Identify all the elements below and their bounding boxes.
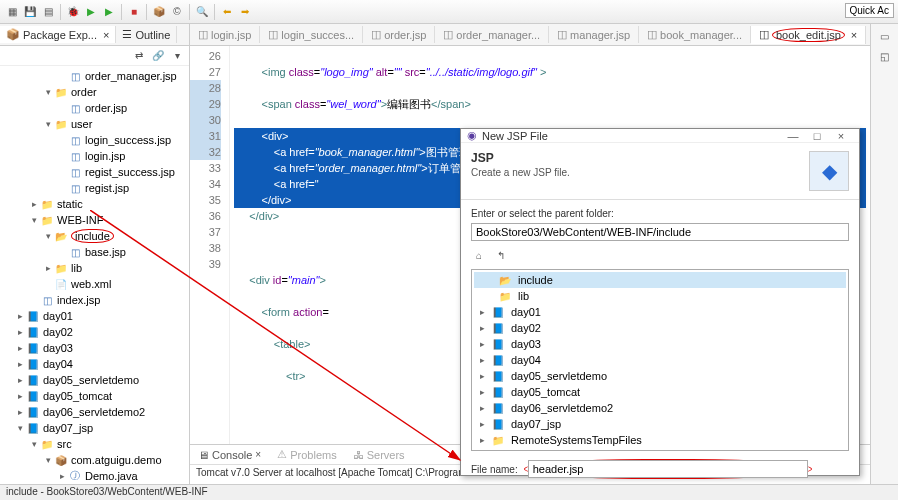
outline-icon: ☰ bbox=[122, 28, 132, 41]
maximize-button[interactable]: □ bbox=[805, 130, 829, 142]
jsp-icon: ◫ bbox=[40, 293, 54, 307]
tree-project[interactable]: ▸📘day04 bbox=[474, 352, 846, 368]
tree-project[interactable]: ▾📘day07_jsp bbox=[0, 420, 189, 436]
tree-folder-include[interactable]: ▾📂include bbox=[0, 228, 189, 244]
editor-tab-active[interactable]: ◫book_edit.jsp× bbox=[751, 26, 866, 44]
tree-file[interactable]: ◫order_manager.jsp bbox=[0, 68, 189, 84]
filename-input[interactable] bbox=[528, 460, 808, 478]
tree-file[interactable]: ◫regist_success.jsp bbox=[0, 164, 189, 180]
tree-project[interactable]: ▸📘day03 bbox=[474, 336, 846, 352]
folder-icon: 📁 bbox=[491, 433, 505, 447]
tree-project[interactable]: ▸📘day05_servletdemo bbox=[0, 372, 189, 388]
menu-icon[interactable]: ▾ bbox=[169, 48, 185, 64]
tree-file[interactable]: ◫regist.jsp bbox=[0, 180, 189, 196]
minimize-button[interactable]: — bbox=[781, 130, 805, 142]
tree-file[interactable]: ◫index.jsp bbox=[0, 292, 189, 308]
home-icon[interactable]: ⌂ bbox=[471, 247, 487, 263]
project-icon: 📘 bbox=[26, 341, 40, 355]
tab-outline[interactable]: ☰Outline bbox=[116, 26, 177, 43]
tree-project[interactable]: ▸📘day05_tomcat bbox=[0, 388, 189, 404]
editor-tab[interactable]: ◫order.jsp bbox=[363, 26, 435, 43]
folder-icon: 📁 bbox=[54, 261, 68, 275]
back-icon[interactable]: ⬅ bbox=[219, 4, 235, 20]
dialog-titlebar[interactable]: ◉ New JSP File — □ × bbox=[461, 129, 859, 143]
save-icon[interactable]: 💾 bbox=[22, 4, 38, 20]
tab-package-explorer[interactable]: 📦Package Exp...× bbox=[0, 26, 116, 43]
tree-file[interactable]: ◫base.jsp bbox=[0, 244, 189, 260]
stop-icon[interactable]: ■ bbox=[126, 4, 142, 20]
tree-item-lib[interactable]: 📁lib bbox=[474, 288, 846, 304]
tree-item-include[interactable]: 📂include bbox=[474, 272, 846, 288]
project-icon: 📘 bbox=[26, 357, 40, 371]
tree-file[interactable]: 📄web.xml bbox=[0, 276, 189, 292]
tab-servers[interactable]: 🖧Servers bbox=[345, 447, 413, 463]
fwd-icon[interactable]: ➡ bbox=[237, 4, 253, 20]
tree-folder[interactable]: ▸📁static bbox=[0, 196, 189, 212]
tree-project[interactable]: ▸📘day01 bbox=[0, 308, 189, 324]
project-icon: 📘 bbox=[491, 401, 505, 415]
tree-file[interactable]: ◫login.jsp bbox=[0, 148, 189, 164]
jsp-icon: ◫ bbox=[68, 133, 82, 147]
project-icon: 📘 bbox=[26, 389, 40, 403]
tree-package[interactable]: ▾📦com.atguigu.demo bbox=[0, 452, 189, 468]
tree-project[interactable]: ▸📘day02 bbox=[0, 324, 189, 340]
editor-tab[interactable]: ◫login_succes... bbox=[260, 26, 363, 43]
status-bar: include - BookStore03/WebContent/WEB-INF bbox=[0, 484, 898, 500]
folder-icon: 📁 bbox=[54, 85, 68, 99]
tab-problems[interactable]: ⚠Problems bbox=[269, 446, 344, 463]
tree-project[interactable]: ▸📘day04 bbox=[0, 356, 189, 372]
tree-project[interactable]: ▸📘day05_tomcat bbox=[474, 384, 846, 400]
dialog-title-text: New JSP File bbox=[482, 130, 548, 142]
tree-project[interactable]: ▸📁RemoteSystemsTempFiles bbox=[474, 432, 846, 448]
tree-project[interactable]: ▸📘day02 bbox=[474, 320, 846, 336]
project-icon: 📘 bbox=[26, 405, 40, 419]
jsp-banner-icon: ◆ bbox=[809, 151, 849, 191]
tree-folder[interactable]: ▸📁lib bbox=[0, 260, 189, 276]
up-icon[interactable]: ↰ bbox=[493, 247, 509, 263]
tree-folder[interactable]: ▾📁order bbox=[0, 84, 189, 100]
run-icon[interactable]: ▶ bbox=[83, 4, 99, 20]
folder-tree[interactable]: 📂include 📁lib ▸📘day01 ▸📘day02 ▸📘day03 ▸📘… bbox=[471, 269, 849, 451]
restore-icon[interactable]: ◱ bbox=[877, 48, 893, 64]
tree-project[interactable]: ▸📘day06_servletdemo2 bbox=[0, 404, 189, 420]
newpkg-icon[interactable]: 📦 bbox=[151, 4, 167, 20]
tree-file[interactable]: ▸ⒿDemo.java bbox=[0, 468, 189, 484]
newclass-icon[interactable]: © bbox=[169, 4, 185, 20]
tree-folder[interactable]: ▾📁WEB-INF bbox=[0, 212, 189, 228]
run-ext-icon[interactable]: ▶ bbox=[101, 4, 117, 20]
jsp-icon: ◫ bbox=[268, 28, 278, 41]
editor-tabs: ◫login.jsp ◫login_succes... ◫order.jsp ◫… bbox=[190, 24, 870, 46]
close-button[interactable]: × bbox=[829, 130, 853, 142]
saveall-icon[interactable]: ▤ bbox=[40, 4, 56, 20]
package-icon: 📦 bbox=[6, 28, 20, 41]
tree-file[interactable]: ◫order.jsp bbox=[0, 100, 189, 116]
console-icon: 🖥 bbox=[198, 449, 209, 461]
jsp-icon: ◫ bbox=[198, 28, 208, 41]
tree-project[interactable]: ▸📘day06_servletdemo2 bbox=[474, 400, 846, 416]
editor-tab[interactable]: ◫order_manager... bbox=[435, 26, 549, 43]
minimize-icon[interactable]: ▭ bbox=[877, 28, 893, 44]
tab-console[interactable]: 🖥Console × bbox=[190, 447, 269, 463]
tree-file[interactable]: ◫login_success.jsp bbox=[0, 132, 189, 148]
folder-icon: 📁 bbox=[498, 289, 512, 303]
new-jsp-dialog: ◉ New JSP File — □ × JSP Create a new JS… bbox=[460, 128, 860, 476]
editor-tab[interactable]: ◫login.jsp bbox=[190, 26, 260, 43]
editor-tab[interactable]: ◫book_manager... bbox=[639, 26, 751, 43]
link-icon[interactable]: 🔗 bbox=[150, 48, 166, 64]
right-toolbar: ▭ ◱ bbox=[870, 24, 898, 484]
editor-tab[interactable]: ◫manager.jsp bbox=[549, 26, 639, 43]
tree-folder[interactable]: ▾📁user bbox=[0, 116, 189, 132]
debug-icon[interactable]: 🐞 bbox=[65, 4, 81, 20]
project-icon: 📘 bbox=[26, 373, 40, 387]
tree-project[interactable]: ▸📘day01 bbox=[474, 304, 846, 320]
tree-project[interactable]: ▸📘day05_servletdemo bbox=[474, 368, 846, 384]
package-explorer-panel: 📦Package Exp...× ☰Outline ⇄ 🔗 ▾ ◫order_m… bbox=[0, 24, 190, 484]
parent-folder-input[interactable] bbox=[471, 223, 849, 241]
search-icon[interactable]: 🔍 bbox=[194, 4, 210, 20]
tree-folder[interactable]: ▾📁src bbox=[0, 436, 189, 452]
tree-project[interactable]: ▸📘day07_jsp bbox=[474, 416, 846, 432]
new-icon[interactable]: ▦ bbox=[4, 4, 20, 20]
tree-project[interactable]: ▸📘day03 bbox=[0, 340, 189, 356]
quick-access[interactable]: Quick Ac bbox=[845, 3, 894, 18]
collapse-icon[interactable]: ⇄ bbox=[131, 48, 147, 64]
